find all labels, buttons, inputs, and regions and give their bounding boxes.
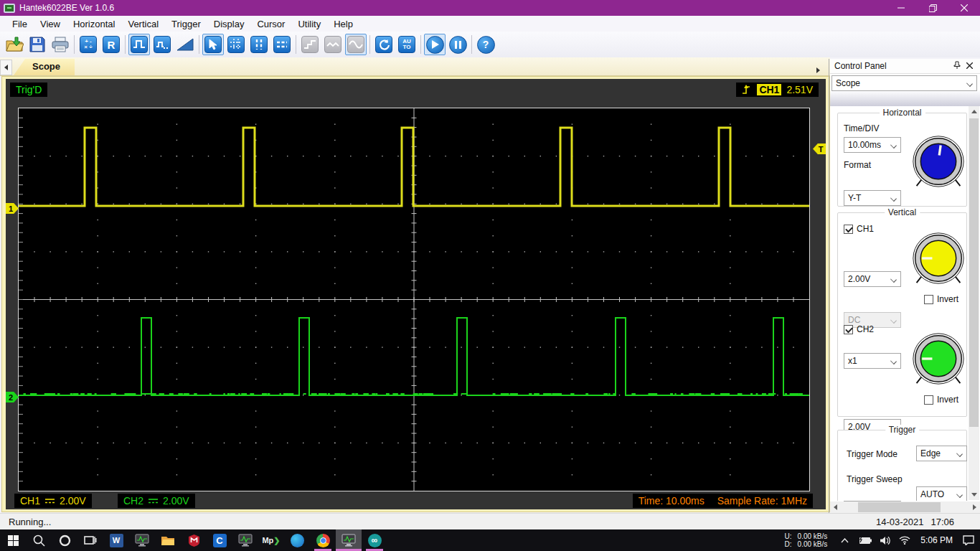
print-button[interactable] bbox=[50, 34, 71, 55]
tab-scroll-right[interactable] bbox=[816, 67, 820, 73]
linear-interp-button[interactable] bbox=[322, 34, 344, 55]
save-button[interactable] bbox=[27, 34, 48, 55]
task-view-button[interactable] bbox=[77, 529, 103, 551]
pin-icon bbox=[953, 61, 961, 69]
menu-cursor[interactable]: Cursor bbox=[250, 17, 291, 31]
ch2-invert-row[interactable]: Invert bbox=[924, 395, 958, 405]
trigger-sweep-label: Trigger Sweep bbox=[847, 474, 903, 484]
scroll-up-button[interactable] bbox=[969, 106, 979, 117]
tray-expand-button[interactable] bbox=[836, 538, 853, 543]
volume-status[interactable] bbox=[876, 536, 893, 545]
ch1-invert-checkbox[interactable] bbox=[924, 295, 933, 304]
autoset-button[interactable]: AUTO bbox=[396, 34, 418, 55]
restore-button[interactable] bbox=[917, 0, 948, 16]
taskbar-clock[interactable]: 5:06 PM bbox=[916, 535, 957, 545]
taskbar-mcafee-button[interactable] bbox=[181, 529, 207, 551]
scroll-down-button[interactable] bbox=[969, 489, 979, 500]
start-button[interactable] bbox=[424, 34, 446, 55]
menu-view[interactable]: View bbox=[34, 17, 67, 31]
tab-scope[interactable]: Scope bbox=[14, 59, 75, 75]
ch1-volts-select[interactable]: 2.00V bbox=[844, 271, 901, 287]
chevron-down-icon bbox=[890, 276, 897, 283]
horizontal-scroll-track[interactable] bbox=[841, 501, 969, 513]
panel-mode-select[interactable]: Scope bbox=[831, 75, 977, 91]
scroll-left-button[interactable] bbox=[830, 501, 841, 513]
close-button[interactable] bbox=[948, 0, 980, 16]
menu-help[interactable]: Help bbox=[327, 17, 359, 31]
pulse-capture-button[interactable] bbox=[128, 34, 150, 55]
ch1-checkbox[interactable] bbox=[844, 225, 853, 234]
reference-button[interactable]: R bbox=[100, 34, 122, 55]
grid-cursor-button[interactable] bbox=[225, 34, 247, 55]
chevron-left-icon bbox=[4, 65, 8, 70]
panel-horizontal-scrollbar[interactable] bbox=[830, 501, 980, 513]
start-button[interactable] bbox=[0, 529, 26, 551]
taskbar-edge-button[interactable] bbox=[284, 529, 310, 551]
help-button[interactable]: ? bbox=[475, 34, 496, 55]
vertical-cursors-button[interactable] bbox=[248, 34, 270, 55]
timediv-select[interactable]: 10.00ms bbox=[844, 137, 901, 153]
status-date: 14-03-2021 bbox=[876, 517, 924, 527]
format-select[interactable]: Y-T bbox=[844, 190, 901, 206]
menu-utility[interactable]: Utility bbox=[291, 17, 327, 31]
pin-button[interactable] bbox=[950, 61, 963, 71]
ch2-invert-checkbox[interactable] bbox=[924, 395, 933, 405]
menu-vertical[interactable]: Vertical bbox=[121, 17, 165, 31]
word-icon: W bbox=[110, 534, 123, 547]
timebase-knob[interactable] bbox=[911, 134, 966, 189]
action-center-button[interactable] bbox=[960, 535, 977, 545]
step-interp-button[interactable] bbox=[299, 34, 321, 55]
pause-button[interactable] bbox=[447, 34, 468, 55]
horizontal-scroll-thumb[interactable] bbox=[858, 502, 941, 512]
ch2-enable-row[interactable]: CH2 bbox=[844, 324, 874, 334]
horizontal-legend: Horizontal bbox=[879, 108, 925, 118]
ch2-checkbox[interactable] bbox=[844, 325, 853, 334]
ch1-invert-row[interactable]: Invert bbox=[924, 294, 958, 304]
sine-interp-button[interactable] bbox=[345, 34, 367, 55]
taskbar-search-button[interactable] bbox=[26, 529, 52, 551]
taskbar-mipony-button[interactable]: Mp❯ bbox=[258, 529, 284, 551]
taskbar-cortana-button[interactable] bbox=[52, 529, 77, 551]
taskbar-c-app-button[interactable]: C bbox=[207, 529, 232, 551]
pointer-button[interactable] bbox=[202, 34, 224, 55]
taskbar-chrome-button[interactable] bbox=[310, 529, 336, 551]
waveform-plot bbox=[18, 108, 810, 491]
menu-display[interactable]: Display bbox=[207, 17, 251, 31]
ch1-position-knob[interactable] bbox=[911, 231, 966, 286]
taskbar-scope-app-active-button[interactable] bbox=[336, 529, 362, 551]
ch1-probe-select[interactable]: x1 bbox=[844, 353, 901, 369]
arrow-up-icon bbox=[971, 110, 977, 113]
file-explorer-button[interactable] bbox=[155, 529, 181, 551]
math-button[interactable]: + -× ÷ bbox=[77, 34, 99, 55]
ramp-button[interactable] bbox=[174, 34, 196, 55]
panel-vertical-scrollbar[interactable] bbox=[969, 106, 979, 500]
taskbar-scope-app2-button[interactable] bbox=[232, 529, 258, 551]
pulse-capture-icon bbox=[131, 36, 148, 53]
horizontal-cursors-button[interactable] bbox=[271, 34, 293, 55]
ch1-enable-row[interactable]: CH1 bbox=[844, 224, 874, 234]
windows-logo-icon bbox=[8, 535, 19, 546]
wifi-status[interactable] bbox=[896, 536, 913, 545]
vertical-scroll-thumb[interactable] bbox=[969, 118, 979, 427]
tab-scroll-left[interactable] bbox=[0, 60, 12, 75]
taskbar-scope-app-button[interactable] bbox=[129, 529, 155, 551]
taskbar-word-button[interactable]: W bbox=[103, 529, 129, 551]
menu-file[interactable]: File bbox=[6, 17, 34, 31]
trigger-sweep-select[interactable]: AUTO bbox=[916, 486, 967, 501]
app-icon bbox=[4, 4, 15, 13]
trigger-mode-select[interactable]: Edge bbox=[916, 446, 967, 461]
open-button[interactable] bbox=[4, 34, 25, 55]
scroll-right-button[interactable] bbox=[969, 501, 980, 513]
battery-status[interactable] bbox=[856, 537, 873, 545]
panel-close-button[interactable] bbox=[963, 61, 976, 71]
menu-horizontal[interactable]: Horizontal bbox=[67, 17, 122, 31]
sine-interp-icon bbox=[347, 36, 364, 53]
toolbar: + -× ÷ R bbox=[0, 32, 980, 57]
taskbar-ocam-button[interactable]: ∞ bbox=[362, 529, 387, 551]
ch2-position-knob[interactable] bbox=[911, 331, 966, 386]
refresh-icon bbox=[375, 36, 392, 53]
minimize-button[interactable] bbox=[885, 0, 917, 16]
refresh-button[interactable] bbox=[373, 34, 395, 55]
menu-trigger[interactable]: Trigger bbox=[165, 17, 207, 31]
pulse-pass-button[interactable] bbox=[151, 34, 173, 55]
